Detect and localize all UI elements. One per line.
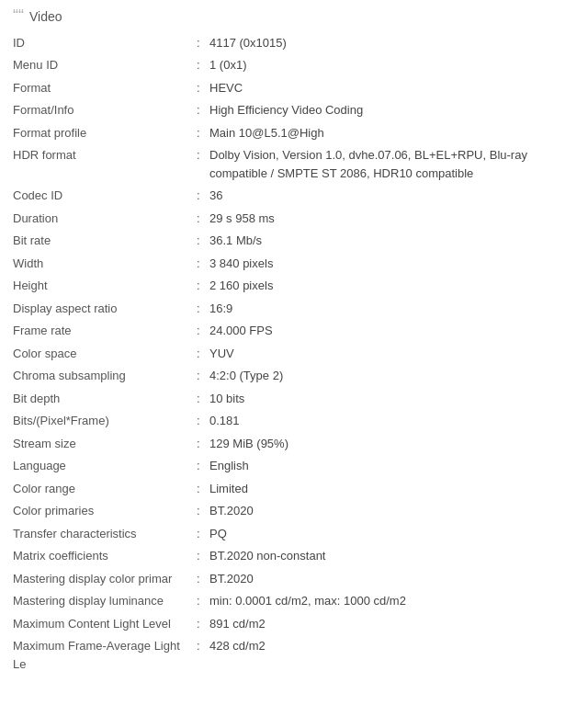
row-value: 4117 (0x1015) (209, 31, 575, 54)
row-colon: : (197, 612, 209, 635)
table-row: Transfer characteristics:PQ (13, 522, 575, 545)
table-row: Matrix coefficients:BT.2020 non-constant (13, 545, 575, 568)
row-value: 4:2:0 (Type 2) (209, 365, 575, 388)
row-value: Limited (209, 477, 575, 500)
row-label: Codec ID (13, 185, 197, 208)
table-row: Menu ID:1 (0x1) (13, 54, 575, 77)
table-row: Frame rate:24.000 FPS (13, 320, 575, 343)
row-value: BT.2020 (209, 500, 575, 523)
section-header: ““ Video (13, 9, 575, 24)
row-value: HEVC (209, 76, 575, 99)
row-colon: : (197, 230, 209, 253)
row-label: Width (13, 252, 197, 275)
row-colon: : (197, 387, 209, 410)
row-label: Duration (13, 207, 197, 230)
row-label: Height (13, 275, 197, 298)
row-colon: : (197, 410, 209, 433)
table-row: Mastering display luminance:min: 0.0001 … (13, 590, 575, 613)
row-value: 129 MiB (95%) (209, 432, 575, 455)
table-row: ID:4117 (0x1015) (13, 31, 575, 54)
row-value: 16:9 (209, 297, 575, 320)
row-value: English (209, 455, 575, 478)
row-value: 891 cd/m2 (209, 612, 575, 635)
row-value: Dolby Vision, Version 1.0, dvhe.07.06, B… (209, 144, 575, 185)
row-label: Bit depth (13, 387, 197, 410)
table-row: Color space:YUV (13, 342, 575, 365)
row-value: YUV (209, 342, 575, 365)
table-row: Maximum Content Light Level:891 cd/m2 (13, 612, 575, 635)
table-row: Display aspect ratio:16:9 (13, 297, 575, 320)
row-colon: : (197, 252, 209, 275)
quote-icon: ““ (13, 7, 24, 24)
table-row: HDR format:Dolby Vision, Version 1.0, dv… (13, 144, 575, 185)
table-row: Duration:29 s 958 ms (13, 207, 575, 230)
row-label: Maximum Content Light Level (13, 612, 197, 635)
row-value: High Efficiency Video Coding (209, 99, 575, 122)
row-value: 3 840 pixels (209, 252, 575, 275)
row-colon: : (197, 207, 209, 230)
row-label: Mastering display color primar (13, 567, 197, 590)
row-value: min: 0.0001 cd/m2, max: 1000 cd/m2 (209, 590, 575, 613)
row-colon: : (197, 500, 209, 523)
row-label: Format/Info (13, 99, 197, 122)
row-colon: : (197, 590, 209, 613)
row-colon: : (197, 144, 209, 185)
table-row: Language:English (13, 455, 575, 478)
row-label: HDR format (13, 144, 197, 185)
row-label: Maximum Frame-Average Light Le (13, 635, 197, 676)
row-value: 24.000 FPS (209, 320, 575, 343)
section-title: Video (29, 9, 62, 24)
row-value: 2 160 pixels (209, 275, 575, 298)
row-label: Format (13, 76, 197, 99)
info-table: ID:4117 (0x1015)Menu ID:1 (0x1)Format:HE… (13, 31, 575, 676)
row-colon: : (197, 342, 209, 365)
row-value: BT.2020 (209, 567, 575, 590)
video-info-panel: ““ Video ID:4117 (0x1015)Menu ID:1 (0x1)… (0, 0, 588, 690)
table-row: Chroma subsampling:4:2:0 (Type 2) (13, 365, 575, 388)
row-colon: : (197, 99, 209, 122)
row-colon: : (197, 567, 209, 590)
row-value: 1 (0x1) (209, 54, 575, 77)
row-label: Chroma subsampling (13, 365, 197, 388)
row-value: 0.181 (209, 410, 575, 433)
table-row: Bit rate:36.1 Mb/s (13, 230, 575, 253)
table-row: Width:3 840 pixels (13, 252, 575, 275)
table-row: Bit depth:10 bits (13, 387, 575, 410)
row-label: Menu ID (13, 54, 197, 77)
row-value: PQ (209, 522, 575, 545)
row-label: Bit rate (13, 230, 197, 253)
row-value: 36 (209, 185, 575, 208)
row-value: 428 cd/m2 (209, 635, 575, 676)
row-colon: : (197, 455, 209, 478)
table-row: Color range:Limited (13, 477, 575, 500)
row-colon: : (197, 185, 209, 208)
row-label: Matrix coefficients (13, 545, 197, 568)
row-colon: : (197, 545, 209, 568)
table-row: Codec ID:36 (13, 185, 575, 208)
row-colon: : (197, 320, 209, 343)
row-label: Frame rate (13, 320, 197, 343)
row-label: Language (13, 455, 197, 478)
row-colon: : (197, 477, 209, 500)
row-value: BT.2020 non-constant (209, 545, 575, 568)
table-row: Height:2 160 pixels (13, 275, 575, 298)
row-value: 36.1 Mb/s (209, 230, 575, 253)
table-row: Stream size:129 MiB (95%) (13, 432, 575, 455)
row-colon: : (197, 522, 209, 545)
table-row: Bits/(Pixel*Frame):0.181 (13, 410, 575, 433)
row-colon: : (197, 76, 209, 99)
table-row: Format profile:Main 10@L5.1@High (13, 121, 575, 144)
row-colon: : (197, 297, 209, 320)
row-colon: : (197, 31, 209, 54)
row-label: Mastering display luminance (13, 590, 197, 613)
row-label: Color space (13, 342, 197, 365)
row-label: Stream size (13, 432, 197, 455)
table-row: Format/Info:High Efficiency Video Coding (13, 99, 575, 122)
row-colon: : (197, 432, 209, 455)
row-colon: : (197, 365, 209, 388)
row-label: Format profile (13, 121, 197, 144)
row-value: 10 bits (209, 387, 575, 410)
table-row: Color primaries:BT.2020 (13, 500, 575, 523)
row-value: 29 s 958 ms (209, 207, 575, 230)
row-colon: : (197, 54, 209, 77)
